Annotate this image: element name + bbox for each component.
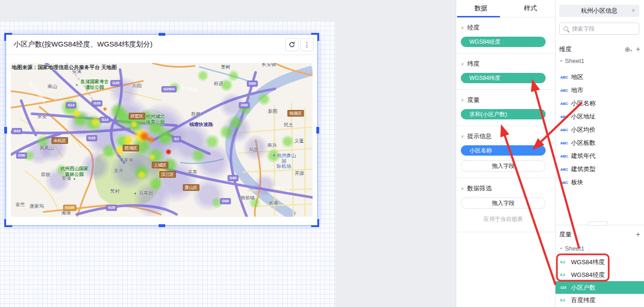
section-label: 经度 [467, 24, 480, 32]
chevron-down-icon: ∨ [632, 8, 635, 13]
dimension-field[interactable]: ABC 小区名称 [555, 97, 644, 110]
longitude-field-pill[interactable]: WGS84经度 [461, 37, 546, 47]
map-label: ▲ [134, 191, 137, 195]
dimension-field[interactable]: ABC 板块 [555, 176, 644, 189]
map-label: G56 [16, 152, 27, 158]
text-type-icon: ABC [560, 167, 568, 172]
selection-corner-br[interactable] [311, 219, 319, 227]
section-label: 纬度 [467, 60, 480, 68]
number-type-icon: 0.2 [560, 298, 568, 302]
config-tabs: 数据 样式 [456, 0, 555, 17]
tab-data[interactable]: 数据 [456, 0, 506, 17]
selection-corner-tr[interactable] [311, 33, 319, 41]
map-label: 永安 [37, 114, 47, 119]
dimension-group-sheet1[interactable]: ▾ Sheet1 [560, 57, 584, 64]
map-label: 钱塘区 [288, 110, 304, 117]
chart-config-panel: 数据 样式 ∨ 经度 WGS84经度 ∨ 纬度 WGS84纬度 ∨ 度量 求和(… [456, 0, 555, 307]
refresh-icon [289, 41, 295, 48]
measure-field[interactable]: 123 小区户数 [555, 281, 644, 294]
refresh-button[interactable] [285, 38, 298, 51]
latitude-field-pill[interactable]: WGS84纬度 [461, 73, 546, 83]
dimension-field[interactable]: ABC 小区栋数 [555, 136, 644, 150]
filter-apply-note: 应用于当前图表 [461, 215, 546, 223]
measure-field[interactable]: 0.2 WGS84经度 [555, 268, 644, 281]
map-label: G60 [247, 80, 258, 87]
add-measure-button[interactable]: + [636, 231, 640, 238]
measure-group-sheet1[interactable]: ▾ Sheet1 [560, 245, 584, 252]
tooltip-drop-zone[interactable]: 拖入字段 [461, 160, 546, 172]
measures-header: 度量 + [559, 230, 640, 239]
map-label: 梵村 [110, 189, 120, 194]
map-label: G60 [227, 175, 238, 181]
measure-field-pill[interactable]: 求和(小区户数) [461, 109, 546, 119]
globe-icon[interactable]: ⊕▾ [625, 46, 632, 53]
dimension-field[interactable]: ABC 建筑类型 [555, 163, 644, 176]
resize-handle-bottom[interactable] [159, 224, 165, 227]
measure-field-list: 0.2 WGS84纬度 0.2 WGS84经度 123 小区户数 0.2 百度纬… [555, 256, 644, 307]
resize-handle-top[interactable] [159, 33, 165, 36]
tooltip-field-pill[interactable]: 小区名称 [461, 145, 546, 156]
chevron-down-icon[interactable]: ∨ [461, 134, 464, 139]
chevron-down-icon[interactable]: ∨ [461, 98, 464, 102]
resize-handle-left[interactable] [4, 127, 7, 134]
dimension-field[interactable]: ABC 小区均价 [555, 123, 644, 136]
map-label: G2504 [161, 86, 177, 92]
map-label: ▲ [73, 177, 76, 181]
dataset-name: 杭州小区信息 [581, 7, 618, 15]
section-latitude: ∨ 纬度 WGS84纬度 [456, 54, 555, 90]
resize-handle-right[interactable] [316, 127, 319, 134]
section-filter: ∨ 数据筛选 拖入字段 应用于当前图表 [456, 178, 555, 232]
chevron-down-icon[interactable]: ∨ [461, 62, 464, 66]
map-label: G25 [91, 100, 102, 106]
dimension-field[interactable]: ABC 小区地址 [555, 110, 644, 123]
chart-title: 小区户数(按WGS84经度、WGS84纬度划分) [14, 40, 153, 49]
filter-drop-zone[interactable]: 拖入字段 [461, 197, 546, 209]
map-label: 西湖区 [123, 145, 139, 151]
text-type-icon: ABC [560, 154, 568, 158]
section-tooltip: ∨ 提示信息 小区名称 拖入字段 [456, 126, 555, 178]
field-label: WGS84经度 [571, 271, 605, 279]
search-input[interactable] [571, 25, 629, 32]
field-label: 小区户数 [571, 283, 596, 292]
map-label: S43 [12, 128, 22, 134]
map-label: 长安镇 [262, 63, 276, 67]
selection-corner-tl[interactable] [4, 33, 12, 41]
field-label: 板块 [571, 178, 583, 187]
map-label: ▲ [75, 83, 79, 87]
chevron-down-icon: ▾ [560, 59, 562, 63]
chart-widget[interactable]: 小区户数(按WGS84经度、WGS84纬度划分) ⋮ [6, 34, 318, 226]
field-label: WGS84纬度 [571, 258, 605, 267]
measure-field[interactable]: 0.2 WGS84纬度 [555, 256, 644, 268]
splitter-handle[interactable] [588, 221, 608, 226]
text-type-icon: ABC [560, 102, 568, 106]
tab-style[interactable]: 样式 [506, 0, 555, 17]
heatmap-map[interactable]: 南山安溪向阳前进景树长安镇永安凤凰山双联里项金竺唐家坞湘湖龙井茅家埠梵村百草园胜… [11, 63, 313, 217]
chevron-down-icon[interactable]: ∨ [461, 187, 464, 191]
map-label: 义蓬 [294, 138, 304, 144]
dataset-select[interactable]: 杭州小区信息 ∨ [559, 5, 639, 17]
text-type-icon: ABC [560, 181, 568, 185]
field-search[interactable] [559, 23, 639, 35]
panel-splitter[interactable] [555, 225, 644, 225]
dimension-field[interactable]: ABC 建筑年代 [555, 150, 644, 163]
map-label: G25 [110, 80, 121, 86]
dimension-field[interactable]: ABC 地区 [555, 71, 644, 84]
map-label: S14 [100, 117, 110, 123]
selection-corner-bl[interactable] [4, 219, 12, 227]
dimensions-title: 维度 [559, 45, 572, 54]
map-labels: 南山安溪向阳前进景树长安镇永安凤凰山双联里项金竺唐家坞湘湖龙井茅家埠梵村百草园胜… [11, 63, 313, 217]
measure-field[interactable]: 0.2 百度纬度 [555, 294, 644, 307]
chart-header: 小区户数(按WGS84经度、WGS84纬度划分) ⋮ [6, 35, 317, 55]
map-label: 萧山区 [183, 184, 200, 191]
map-label: 凤凰山 [40, 145, 54, 151]
section-label: 度量 [467, 96, 480, 104]
dimension-field-list: ABC 地区 ABC 地市 ABC 小区名称 ABC 小区地址 ABC 小区均价… [555, 71, 644, 189]
chevron-down-icon[interactable]: ∨ [461, 26, 464, 30]
dimension-field[interactable]: ABC 地市 [555, 84, 644, 97]
measures-title: 度量 [559, 230, 572, 239]
kebab-icon: ⋮ [304, 41, 310, 48]
map-label: 前进 [214, 81, 223, 87]
map-label: 开源 [295, 171, 304, 176]
map-label: 茅家埠 [119, 157, 133, 163]
add-dimension-button[interactable]: + [636, 46, 640, 53]
